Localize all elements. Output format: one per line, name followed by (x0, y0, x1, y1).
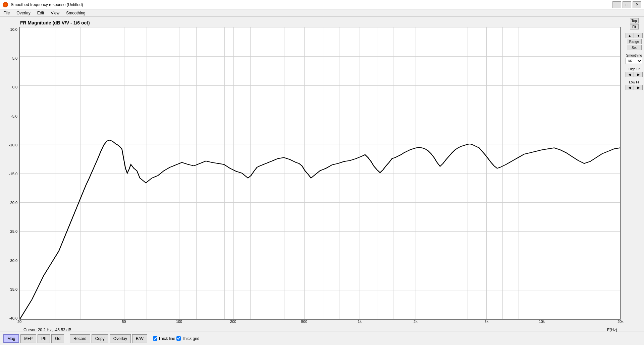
gd-button[interactable]: Gd (51, 334, 64, 343)
smoothing-group: Smoothing 1/6 1/1 1/2 1/3 1/12 1/24 None (626, 54, 643, 64)
chart-container: FR Magnitude (dB V/V - 1/6 oct) 10.0 5.0… (3, 20, 621, 328)
chart-wrapper: 10.0 5.0 0.0 -5.0 -10.0 -15.0 -20.0 -25.… (3, 27, 621, 327)
high-fr-right-button[interactable]: ▶ (635, 72, 643, 77)
high-fr-label: High Fr (626, 67, 643, 71)
x-label-2k: 2k (414, 320, 418, 324)
close-button[interactable]: ✕ (633, 1, 641, 8)
minimize-button[interactable]: − (612, 1, 621, 8)
x-label-5k: 5k (485, 320, 489, 324)
top-fit-group: Top Fit (626, 18, 643, 29)
copy-button[interactable]: Copy (92, 334, 108, 343)
mp-button[interactable]: M+P (20, 334, 36, 343)
cursor-info: Cursor: 20.2 Hz, -45.53 dB (23, 328, 71, 332)
maximize-button[interactable]: □ (623, 1, 631, 8)
y-label-n30: -30.0 (3, 259, 17, 263)
ph-button[interactable]: Ph (38, 334, 50, 343)
y-label-n35: -35.0 (3, 287, 17, 291)
thick-line-checkbox[interactable] (153, 336, 157, 341)
window-title: Smoothed frequency response (Untitled) (11, 2, 83, 7)
set-button[interactable]: Set (627, 45, 642, 50)
y-label-5: 5.0 (3, 56, 17, 60)
chart-title: FR Magnitude (dB V/V - 1/6 oct) (20, 20, 621, 25)
fit-button[interactable]: Fit (630, 24, 639, 29)
grid-v-20k (620, 27, 621, 319)
smoothing-select[interactable]: 1/6 1/1 1/2 1/3 1/12 1/24 None (626, 58, 642, 64)
low-fr-right-button[interactable]: ▶ (635, 85, 643, 90)
y-label-n10: -10.0 (3, 143, 17, 147)
thick-line-label[interactable]: Thick line (153, 336, 175, 341)
range-down-button[interactable]: ▼ (635, 33, 643, 38)
menu-file[interactable]: File (1, 10, 12, 16)
mag-button[interactable]: Mag (3, 334, 19, 343)
x-label-20: 20 (17, 320, 21, 324)
range-group: ▲ ▼ Range Set (626, 33, 643, 50)
x-label-500: 500 (301, 320, 307, 324)
freq-label: F(Hz) (607, 328, 617, 332)
smoothing-label: Smoothing (626, 54, 643, 57)
bw-button[interactable]: B/W (132, 334, 147, 343)
low-fr-group: Low Fr ◀ ▶ (626, 80, 643, 90)
x-label-20k: 20k (618, 320, 624, 324)
y-label-10: 10.0 (3, 27, 17, 31)
y-label-n15: -15.0 (3, 172, 17, 176)
chart-area: FR Magnitude (dB V/V - 1/6 oct) 10.0 5.0… (0, 17, 624, 332)
record-button[interactable]: Record (70, 334, 90, 343)
menu-edit[interactable]: Edit (35, 10, 46, 16)
chart-plot-area[interactable]: A R T A (19, 27, 621, 320)
main-content: FR Magnitude (dB V/V - 1/6 oct) 10.0 5.0… (0, 17, 644, 332)
menu-overlay[interactable]: Overlay (14, 10, 32, 16)
title-controls[interactable]: − □ ✕ (612, 1, 641, 8)
y-label-0: 0.0 (3, 85, 17, 89)
x-axis (20, 313, 620, 319)
y-label-n40: -40.0 (3, 316, 17, 320)
y-label-n5: -5.0 (3, 114, 17, 118)
x-axis-labels: 20 50 100 200 500 1k 2k 5k 10k 20k (19, 320, 621, 327)
y-label-n25: -25.0 (3, 229, 17, 233)
range-label: Range (627, 39, 642, 44)
frequency-curve (20, 27, 620, 319)
title-bar: Smoothed frequency response (Untitled) −… (0, 0, 644, 9)
low-fr-label: Low Fr (626, 80, 643, 84)
menu-view[interactable]: View (49, 10, 61, 16)
range-up-button[interactable]: ▲ (626, 33, 634, 38)
x-label-50: 50 (122, 320, 126, 324)
x-label-1k: 1k (358, 320, 362, 324)
bottom-toolbar: Mag M+P Ph Gd Record Copy Overlay B/W Th… (0, 332, 644, 345)
thick-grid-checkbox[interactable] (176, 336, 181, 341)
high-fr-left-button[interactable]: ◀ (626, 72, 634, 77)
separator-1 (67, 335, 67, 342)
x-label-10k: 10k (539, 320, 545, 324)
low-fr-left-button[interactable]: ◀ (626, 85, 634, 90)
top-button[interactable]: Top (630, 18, 639, 23)
thick-line-text: Thick line (158, 336, 175, 341)
menu-bar: File Overlay Edit View Smoothing (0, 9, 644, 17)
app-icon (3, 2, 8, 7)
right-panel: Top Fit ▲ ▼ Range Set Smoothing 1/6 1/1 (624, 17, 644, 332)
thick-grid-text: Thick grid (182, 336, 199, 341)
overlay-button[interactable]: Overlay (110, 334, 131, 343)
x-label-100: 100 (176, 320, 182, 324)
bottom-info: Cursor: 20.2 Hz, -45.53 dB F(Hz) (3, 327, 621, 333)
x-label-200: 200 (230, 320, 236, 324)
separator-2 (150, 335, 150, 342)
high-fr-group: High Fr ◀ ▶ (626, 67, 643, 77)
title-bar-left: Smoothed frequency response (Untitled) (3, 2, 83, 7)
y-label-n20: -20.0 (3, 201, 17, 205)
y-axis: 10.0 5.0 0.0 -5.0 -10.0 -15.0 -20.0 -25.… (3, 27, 19, 327)
thick-grid-label[interactable]: Thick grid (176, 336, 199, 341)
menu-smoothing[interactable]: Smoothing (64, 10, 87, 16)
